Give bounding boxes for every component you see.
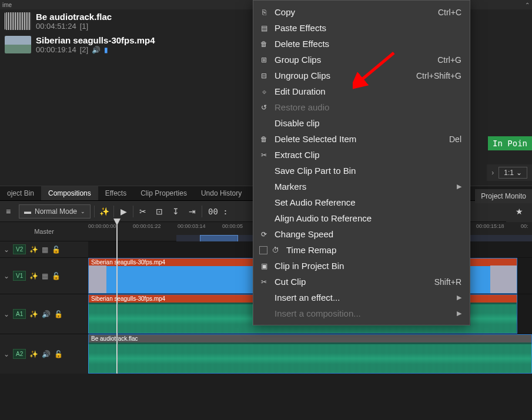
lock-icon[interactable]: 🔓 [54, 350, 63, 358]
overwrite-icon[interactable]: ↧ [168, 203, 184, 220]
menu-item-set-audio-reference[interactable]: Set Audio Reference [253, 194, 470, 210]
lock-icon[interactable]: 🔓 [52, 246, 61, 254]
chevron-right-icon[interactable]: › [491, 169, 494, 177]
track-lane[interactable]: Be audiotrack.flac [88, 334, 532, 374]
shortcut: Ctrl+Shift+G [416, 71, 461, 80]
audio-icon: 🔊 [92, 46, 101, 54]
visible-icon[interactable]: ▦ [42, 246, 48, 254]
master-label: Master [0, 222, 88, 241]
track-label[interactable]: A2 [13, 349, 26, 359]
audio-thumb [5, 12, 31, 30]
tab-undo-history[interactable]: Undo History [194, 186, 249, 200]
waveform [89, 344, 531, 373]
menu-icon: 🗑 [259, 135, 269, 143]
menu-label: Markers [275, 182, 451, 191]
menu-item-copy[interactable]: ⎘CopyCtrl+C [253, 4, 470, 20]
menu-item-change-speed[interactable]: ⟳Change Speed [253, 226, 470, 242]
video-thumb [5, 36, 31, 53]
cut-icon[interactable]: ✂ [135, 203, 151, 220]
scale-select[interactable]: 1:1 ⌄ [498, 167, 527, 179]
star-icon[interactable]: ★ [511, 203, 527, 220]
menu-item-cut-clip[interactable]: ✂Cut ClipShift+R [253, 274, 470, 290]
tab-clip-properties[interactable]: Clip Properties [133, 186, 194, 200]
in-point-badge: In Poin [488, 136, 532, 150]
chevron-down-icon: ⌄ [516, 169, 522, 177]
clip-name: Siberian seagulls-30fps.mp4 [36, 35, 155, 45]
shortcut: Del [449, 135, 461, 144]
menu-item-disable-clip[interactable]: Disable clip [253, 115, 470, 131]
mute-icon[interactable]: 🔊 [42, 310, 51, 318]
clip-thumbnail [89, 266, 106, 293]
menu-item-edit-duration[interactable]: ⟐Edit Duration [253, 83, 470, 99]
menu-label: Insert an effect... [275, 293, 451, 303]
spacer-icon[interactable]: ⊡ [151, 203, 168, 220]
menu-label: Save Clip Part to Bin [275, 166, 461, 176]
menu-label: Set Audio Reference [275, 197, 461, 207]
submenu-arrow-icon: ▶ [457, 183, 461, 190]
menu-item-insert-a-composition-: Insert a composition...▶ [253, 305, 470, 321]
menu-item-delete-effects[interactable]: 🗑Delete Effects [253, 36, 470, 52]
menu-item-clip-in-project-bin[interactable]: ▣Clip in Project Bin [253, 258, 470, 274]
tab-project-bin[interactable]: oject Bin [0, 186, 41, 200]
clip-count: [2] [80, 45, 88, 54]
lock-icon[interactable]: 🔓 [54, 310, 63, 318]
project-monitor-tab[interactable]: Project Monito [475, 189, 532, 203]
effects-icon[interactable]: ✨ [29, 272, 38, 280]
expand-icon[interactable]: ⌄ [4, 246, 9, 254]
menu-label: Copy [275, 7, 432, 17]
submenu-arrow-icon: ▶ [457, 310, 461, 317]
expand-icon[interactable]: ⌄ [4, 272, 9, 280]
play-icon[interactable]: ▶ [115, 203, 132, 220]
tab-compositions[interactable]: Compositions [41, 186, 98, 200]
menu-item-group-clips[interactable]: ⊞Group ClipsCtrl+G [253, 52, 470, 68]
menu-icon: ▤ [259, 24, 269, 32]
menu-item-save-clip-part-to-bin[interactable]: Save Clip Part to Bin [253, 163, 470, 179]
menu-item-markers[interactable]: Markers▶ [253, 179, 470, 194]
menu-label: Restore audio [275, 102, 461, 112]
menu-item-insert-an-effect-[interactable]: Insert an effect...▶ [253, 290, 470, 305]
mute-icon[interactable]: 🔊 [42, 350, 51, 358]
menu-label: Align Audio to Reference [275, 213, 461, 223]
track-label[interactable]: V1 [13, 271, 26, 281]
edit-mode-select[interactable]: ▬ Normal Mode ⌄ [19, 204, 91, 219]
menu-item-align-audio-to-reference[interactable]: Align Audio to Reference [253, 210, 470, 226]
shortcut: Shift+R [434, 277, 461, 287]
track-label[interactable]: V2 [13, 244, 26, 254]
lock-icon[interactable]: 🔓 [52, 272, 61, 280]
menu-item-extract-clip[interactable]: ✂Extract Clip [253, 147, 470, 163]
effects-icon[interactable]: ✨ [29, 246, 38, 254]
track-a2: ⌄ A2 ✨ 🔊 🔓 Be audiotrack.flac [0, 334, 532, 374]
menu-item-delete-selected-item[interactable]: 🗑Delete Selected ItemDel [253, 131, 470, 147]
menu-label: Paste Effects [275, 23, 461, 33]
effects-icon[interactable]: ✨ [29, 310, 38, 318]
menu-icon[interactable]: ≡ [0, 203, 16, 220]
menu-label: Extract Clip [275, 150, 461, 160]
expand-icon[interactable]: ⌄ [4, 310, 9, 318]
audio-clip[interactable]: Be audiotrack.flac [88, 334, 532, 374]
collapse-icon[interactable]: ⌃ [525, 2, 530, 8]
video-icon: ▮ [104, 46, 108, 54]
menu-icon: ▣ [259, 262, 269, 270]
menu-item-ungroup-clips[interactable]: ⊟Ungroup ClipsCtrl+Shift+G [253, 68, 470, 83]
menu-label: Change Speed [275, 229, 461, 239]
clip-title: Be audiotrack.flac [89, 335, 531, 342]
visible-icon[interactable]: ▦ [42, 272, 48, 280]
shortcut: Ctrl+C [438, 8, 461, 17]
playhead[interactable] [116, 222, 118, 374]
menu-icon: ↺ [259, 103, 269, 112]
tab-effects[interactable]: Effects [98, 186, 133, 200]
clip-name: Be audiotrack.flac [36, 12, 112, 22]
effects-icon[interactable]: ✨ [29, 350, 38, 358]
track-label[interactable]: A1 [13, 309, 26, 319]
menu-icon: ⟐ [259, 88, 269, 96]
insert-icon[interactable]: ⇥ [184, 203, 200, 220]
menu-label: Disable clip [275, 118, 461, 128]
menu-icon: ✂ [259, 278, 269, 286]
context-menu: ⎘CopyCtrl+C▤Paste Effects🗑Delete Effects… [253, 0, 470, 325]
menu-item-paste-effects[interactable]: ▤Paste Effects [253, 20, 470, 36]
menu-item-time-remap[interactable]: ⏱Time Remap [253, 242, 470, 258]
menu-label: Clip in Project Bin [275, 261, 461, 271]
wand-icon[interactable]: ✨ [96, 203, 112, 220]
menu-icon: ⊟ [259, 72, 269, 80]
expand-icon[interactable]: ⌄ [4, 350, 9, 358]
